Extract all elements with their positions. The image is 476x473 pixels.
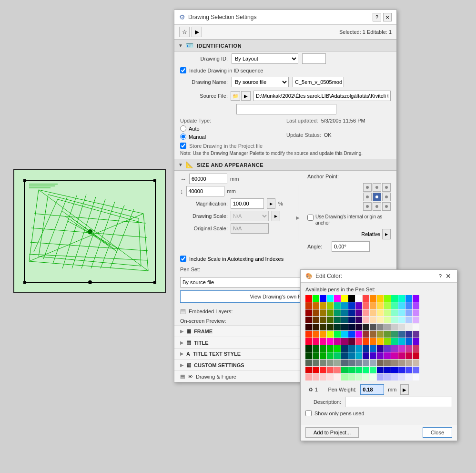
- anchor-bl[interactable]: [363, 202, 372, 211]
- color-cell-1-3[interactable]: [327, 302, 334, 309]
- color-cell-4-7[interactable]: [355, 324, 362, 330]
- color-cell-6-9[interactable]: [370, 338, 376, 345]
- color-cell-8-1[interactable]: [313, 352, 319, 359]
- color-cell-9-2[interactable]: [320, 360, 326, 366]
- color-cell-11-9[interactable]: [370, 374, 376, 380]
- color-cell-0-9[interactable]: [370, 295, 376, 302]
- color-cell-3-2[interactable]: [320, 317, 326, 323]
- color-cell-3-6[interactable]: [348, 317, 355, 323]
- color-cell-3-13[interactable]: [398, 317, 405, 323]
- color-cell-11-2[interactable]: [320, 374, 326, 380]
- color-cell-8-14[interactable]: [405, 352, 412, 359]
- color-cell-11-13[interactable]: [398, 374, 405, 380]
- pen-weight-arrow[interactable]: ▶: [400, 384, 409, 395]
- color-cell-9-11[interactable]: [384, 360, 391, 366]
- color-cell-5-10[interactable]: [377, 331, 384, 338]
- color-cell-1-12[interactable]: [391, 302, 398, 309]
- anchor-br[interactable]: [382, 202, 391, 211]
- color-cell-1-5[interactable]: [341, 302, 348, 309]
- color-cell-2-14[interactable]: [405, 309, 412, 316]
- color-cell-2-1[interactable]: [313, 309, 319, 316]
- drawing-name-input[interactable]: [293, 77, 344, 87]
- color-cell-2-5[interactable]: [341, 309, 348, 316]
- color-cell-4-10[interactable]: [377, 324, 384, 330]
- color-cell-5-2[interactable]: [320, 331, 326, 338]
- color-cell-11-14[interactable]: [405, 374, 412, 380]
- color-cell-6-4[interactable]: [334, 338, 341, 345]
- color-cell-1-8[interactable]: [363, 302, 369, 309]
- color-cell-3-5[interactable]: [341, 317, 348, 323]
- color-cell-11-4[interactable]: [334, 374, 341, 380]
- color-cell-1-1[interactable]: [313, 302, 319, 309]
- color-cell-6-7[interactable]: [355, 338, 362, 345]
- color-cell-8-6[interactable]: [348, 352, 355, 359]
- color-cell-7-8[interactable]: [363, 345, 369, 352]
- magnification-input[interactable]: [231, 198, 264, 209]
- color-cell-2-4[interactable]: [334, 309, 341, 316]
- color-cell-1-10[interactable]: [377, 302, 384, 309]
- color-cell-8-11[interactable]: [384, 352, 391, 359]
- color-cell-8-13[interactable]: [398, 352, 405, 359]
- color-cell-11-6[interactable]: [348, 374, 355, 380]
- color-cell-11-8[interactable]: [363, 374, 369, 380]
- color-cell-11-15[interactable]: [413, 374, 419, 380]
- color-cell-7-7[interactable]: [355, 345, 362, 352]
- color-cell-9-14[interactable]: [405, 360, 412, 366]
- source-folder-icon[interactable]: 📁: [231, 91, 240, 101]
- color-cell-3-3[interactable]: [327, 317, 334, 323]
- color-cell-7-10[interactable]: [377, 345, 384, 352]
- color-cell-9-15[interactable]: [413, 360, 419, 366]
- show-only-checkbox[interactable]: [305, 410, 312, 416]
- color-cell-2-8[interactable]: [363, 309, 369, 316]
- source-file-extra-input[interactable]: [236, 104, 336, 114]
- color-cell-10-2[interactable]: [320, 367, 326, 373]
- color-cell-10-15[interactable]: [413, 367, 419, 373]
- color-cell-6-15[interactable]: [413, 338, 419, 345]
- color-cell-0-12[interactable]: [391, 295, 398, 302]
- color-cell-4-12[interactable]: [391, 324, 398, 330]
- drawing-id-extra[interactable]: [302, 53, 326, 64]
- color-cell-3-15[interactable]: [413, 317, 419, 323]
- color-cell-0-6[interactable]: [348, 295, 355, 302]
- color-cell-10-6[interactable]: [348, 367, 355, 373]
- auto-radio[interactable]: [180, 125, 186, 132]
- color-cell-6-5[interactable]: [341, 338, 348, 345]
- color-cell-11-7[interactable]: [355, 374, 362, 380]
- color-cell-0-5[interactable]: [341, 295, 348, 302]
- color-cell-10-14[interactable]: [405, 367, 412, 373]
- color-cell-4-4[interactable]: [334, 324, 341, 330]
- color-cell-0-11[interactable]: [384, 295, 391, 302]
- color-cell-7-2[interactable]: [320, 345, 326, 352]
- color-cell-10-0[interactable]: [305, 367, 312, 373]
- color-cell-11-10[interactable]: [377, 374, 384, 380]
- color-cell-1-11[interactable]: [384, 302, 391, 309]
- color-cell-7-12[interactable]: [391, 345, 398, 352]
- color-cell-1-14[interactable]: [405, 302, 412, 309]
- color-cell-4-1[interactable]: [313, 324, 319, 330]
- color-close-button[interactable]: ✕: [445, 272, 452, 280]
- color-cell-2-11[interactable]: [384, 309, 391, 316]
- color-cell-10-10[interactable]: [377, 367, 384, 373]
- color-cell-5-9[interactable]: [370, 331, 376, 338]
- color-cell-9-13[interactable]: [398, 360, 405, 366]
- color-cell-2-7[interactable]: [355, 309, 362, 316]
- color-cell-5-5[interactable]: [341, 331, 348, 338]
- color-cell-3-1[interactable]: [313, 317, 319, 323]
- color-cell-3-10[interactable]: [377, 317, 384, 323]
- color-cell-1-4[interactable]: [334, 302, 341, 309]
- color-cell-2-9[interactable]: [370, 309, 376, 316]
- color-cell-10-1[interactable]: [313, 367, 319, 373]
- source-arrow-icon[interactable]: ▶: [241, 91, 251, 101]
- color-cell-0-3[interactable]: [327, 295, 334, 302]
- include-scale-checkbox[interactable]: [180, 256, 186, 262]
- color-cell-6-10[interactable]: [377, 338, 384, 345]
- color-cell-6-6[interactable]: [348, 338, 355, 345]
- manual-radio[interactable]: [180, 134, 186, 140]
- color-help-button[interactable]: ?: [439, 273, 442, 279]
- color-cell-2-15[interactable]: [413, 309, 419, 316]
- color-cell-2-12[interactable]: [391, 309, 398, 316]
- color-cell-4-8[interactable]: [363, 324, 369, 330]
- anchor-tr[interactable]: [382, 183, 391, 192]
- color-cell-2-6[interactable]: [348, 309, 355, 316]
- color-cell-7-5[interactable]: [341, 345, 348, 352]
